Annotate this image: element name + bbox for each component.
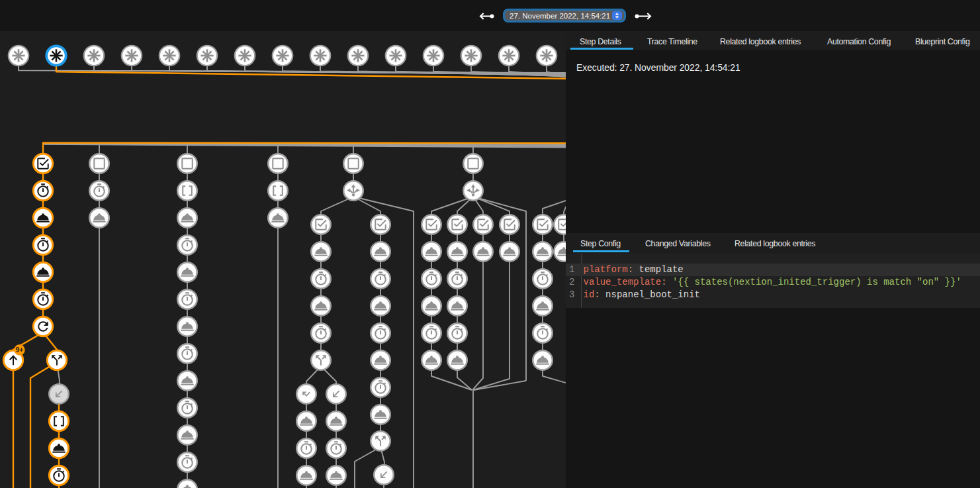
svg-text:9+: 9+ xyxy=(16,346,24,354)
